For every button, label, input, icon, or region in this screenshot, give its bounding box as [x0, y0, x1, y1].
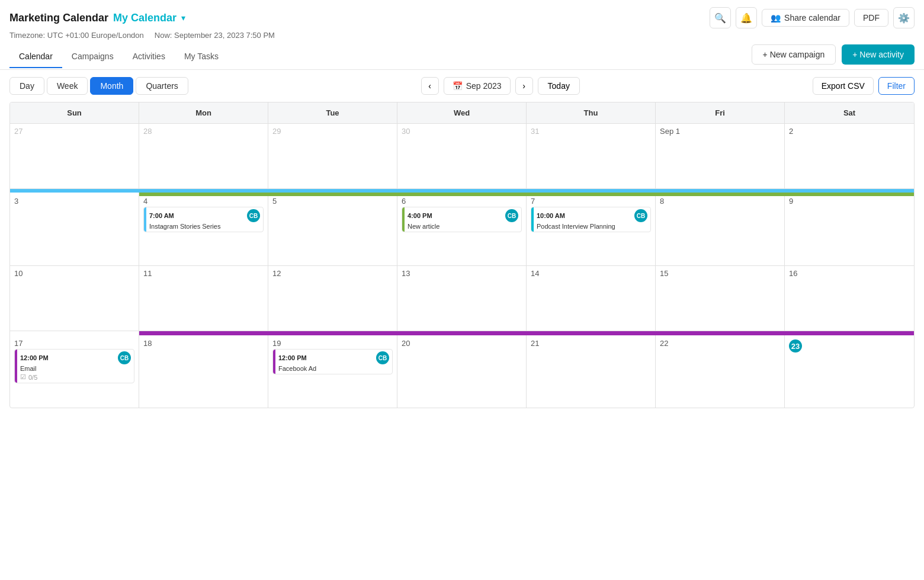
day-sep-13[interactable]: 13	[397, 266, 527, 331]
avatar: CB	[118, 351, 131, 364]
tab-activities[interactable]: Activities	[123, 46, 175, 68]
event-new-article[interactable]: 4:00 PM CB New article	[402, 207, 522, 232]
view-week-button[interactable]: Week	[47, 77, 88, 95]
event-time: 12:00 PM	[20, 354, 49, 361]
event-time: 12:00 PM	[278, 354, 307, 361]
nav-center: ‹ 📅 Sep 2023 › Today	[421, 77, 580, 95]
task-meta: ☑ 0/5	[20, 373, 131, 381]
view-buttons: Day Week Month Quarters	[9, 77, 188, 95]
task-count: 0/5	[28, 374, 37, 381]
day-num: 8	[660, 197, 780, 205]
calendar-wrapper: Sun Mon Tue Wed Thu Fri Sat 27 28 29 30 …	[0, 102, 924, 408]
share-label: Share calendar	[784, 13, 840, 23]
calendar-weeks: 27 28 29 30 31 Sep 1 2 3 4	[10, 123, 914, 408]
day-sep-22[interactable]: 22	[656, 331, 785, 408]
event-title: Podcast Interview Planning	[537, 223, 647, 230]
today-button[interactable]: Today	[538, 77, 580, 95]
event-instagram[interactable]: 7:00 AM CB Instagram Stories Series	[143, 207, 264, 232]
day-sep-10[interactable]: 10	[10, 266, 139, 331]
view-day-button[interactable]: Day	[9, 77, 44, 95]
view-month-button[interactable]: Month	[90, 77, 133, 95]
day-sep-17[interactable]: 17 12:00 PM CB Email ☑ 0/5	[10, 331, 139, 408]
day-sep-16[interactable]: 16	[785, 266, 914, 331]
avatar: CB	[634, 209, 647, 222]
day-sep-4[interactable]: 4 7:00 AM CB Instagram Stories Series	[139, 189, 268, 265]
week-row-3: 10 11 12 13 14 15 16	[10, 265, 914, 331]
event-bar	[531, 207, 534, 232]
day-sep-5[interactable]: 5	[268, 189, 397, 265]
event-title: Facebook Ad	[278, 365, 389, 372]
new-activity-button[interactable]: + New activity	[842, 44, 915, 65]
calendar-name[interactable]: My Calendar	[113, 12, 177, 24]
day-aug-27[interactable]: 27	[10, 124, 139, 188]
day-num: 14	[531, 270, 651, 277]
day-num: 18	[143, 339, 264, 347]
pdf-button[interactable]: PDF	[854, 9, 888, 27]
chevron-down-icon[interactable]: ▾	[181, 13, 185, 23]
event-bar	[15, 350, 17, 383]
event-email[interactable]: 12:00 PM CB Email ☑ 0/5	[14, 349, 134, 383]
tab-calendar[interactable]: Calendar	[9, 46, 62, 68]
day-num: 21	[531, 339, 651, 347]
day-sep-23[interactable]: 23	[785, 331, 914, 408]
day-sep-9[interactable]: 9	[785, 189, 914, 265]
day-sep-1[interactable]: Sep 1	[656, 124, 785, 188]
day-num: 19	[272, 339, 393, 347]
header-sat: Sat	[785, 102, 914, 123]
event-time: 7:00 AM	[149, 212, 174, 219]
day-num: 12	[272, 270, 393, 277]
day-num: 7	[531, 197, 651, 205]
prev-month-button[interactable]: ‹	[421, 77, 439, 95]
new-campaign-button[interactable]: + New campaign	[752, 44, 836, 65]
day-sep-15[interactable]: 15	[656, 266, 785, 331]
today-date: 23	[789, 339, 802, 353]
share-calendar-button[interactable]: 👥 Share calendar	[762, 9, 849, 27]
day-sep-2[interactable]: 2	[785, 124, 914, 188]
nav-actions: + New campaign + New activity	[752, 44, 915, 69]
day-sep-11[interactable]: 11	[139, 266, 268, 331]
day-sep-7[interactable]: 7 10:00 AM CB Podcast Interview Planning	[527, 189, 656, 265]
settings-button[interactable]: ⚙️	[893, 7, 915, 28]
day-sep-14[interactable]: 14	[527, 266, 656, 331]
day-sep-6[interactable]: 6 4:00 PM CB New article	[397, 189, 527, 265]
month-year: Sep 2023	[466, 81, 502, 91]
day-num: 16	[789, 270, 910, 277]
event-bar	[273, 350, 275, 374]
tab-my-tasks[interactable]: My Tasks	[175, 46, 228, 68]
notification-button[interactable]: 🔔	[736, 7, 757, 28]
next-month-button[interactable]: ›	[515, 77, 533, 95]
day-num: 29	[272, 127, 393, 135]
day-sep-18[interactable]: 18	[139, 331, 268, 408]
header-thu: Thu	[527, 102, 656, 123]
event-title: Email	[20, 365, 131, 372]
share-icon: 👥	[771, 13, 781, 23]
export-csv-button[interactable]: Export CSV	[813, 77, 874, 95]
header-right: 🔍 🔔 👥 Share calendar PDF ⚙️	[710, 7, 915, 28]
day-sep-12[interactable]: 12	[268, 266, 397, 331]
task-icon: ☑	[20, 373, 26, 381]
day-sep-20[interactable]: 20	[397, 331, 527, 408]
day-sep-19[interactable]: 19 12:00 PM CB Facebook Ad	[268, 331, 397, 408]
toolbar: Day Week Month Quarters ‹ 📅 Sep 2023 › T…	[0, 70, 924, 102]
event-facebook-ad[interactable]: 12:00 PM CB Facebook Ad	[272, 349, 393, 374]
event-podcast[interactable]: 10:00 AM CB Podcast Interview Planning	[531, 207, 651, 232]
day-aug-31[interactable]: 31	[527, 124, 656, 188]
day-aug-29[interactable]: 29	[268, 124, 397, 188]
filter-button[interactable]: Filter	[878, 77, 915, 95]
tab-campaigns[interactable]: Campaigns	[62, 46, 123, 68]
day-sep-3[interactable]: 3	[10, 189, 139, 265]
day-header-row: Sun Mon Tue Wed Thu Fri Sat	[10, 102, 914, 123]
week-row-4: 17 12:00 PM CB Email ☑ 0/5 1	[10, 331, 914, 408]
calendar-grid: Sun Mon Tue Wed Thu Fri Sat 27 28 29 30 …	[9, 102, 915, 408]
avatar: CB	[247, 209, 260, 222]
search-button[interactable]: 🔍	[710, 7, 731, 28]
day-aug-28[interactable]: 28	[139, 124, 268, 188]
day-num: 31	[531, 127, 651, 135]
header-left: Marketing Calendar My Calendar ▾	[9, 12, 185, 24]
day-num: 10	[14, 270, 134, 277]
avatar: CB	[505, 209, 518, 222]
day-sep-8[interactable]: 8	[656, 189, 785, 265]
view-quarters-button[interactable]: Quarters	[136, 77, 188, 95]
day-sep-21[interactable]: 21	[527, 331, 656, 408]
day-aug-30[interactable]: 30	[397, 124, 527, 188]
